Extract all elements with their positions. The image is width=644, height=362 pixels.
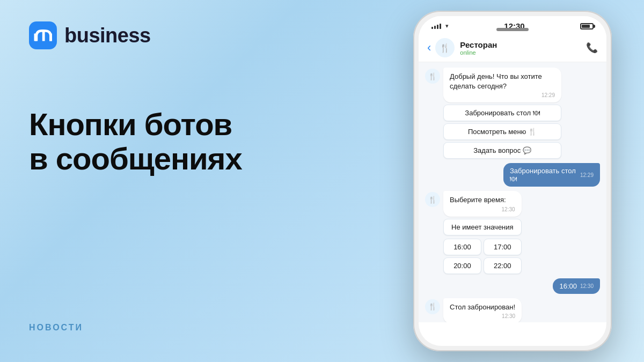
user-bubble-2: 16:00 12:30 <box>553 278 600 294</box>
news-label: НОВОСТИ <box>29 323 83 333</box>
keyboard-1: Забронировать стол 🍽 Посмотреть меню 🍴 З… <box>443 105 561 159</box>
bot-time-2: 12:30 <box>450 206 515 212</box>
bot-message-3: 🍴 Стол забронирован! 12:30 <box>425 298 600 322</box>
signal-area: ▾ <box>431 23 449 29</box>
user-time-2: 12:30 <box>580 283 594 289</box>
user-message-2: 16:00 12:30 <box>425 278 600 294</box>
phone-mockup: ▾ 12:30 ‹ 🍴 Ресторан online 📞 <box>413 11 612 351</box>
keyboard-2: Не имеет значения 16:00 17:00 20:00 22:0… <box>443 219 522 274</box>
wifi-icon: ▾ <box>445 23 449 29</box>
bot-message-1: 🍴 Добрый день! Что вы хотите сделать сег… <box>425 68 600 159</box>
kb-grid: 16:00 17:00 20:00 22:00 <box>443 239 522 274</box>
messages-area: 🍴 Добрый день! Что вы хотите сделать сег… <box>419 62 606 322</box>
back-button[interactable]: ‹ <box>427 41 431 55</box>
user-bubble-1: Забронировать стол 🍽 12:29 <box>503 163 600 187</box>
phone-speaker <box>496 28 529 31</box>
bot-bubble-1: Добрый день! Что вы хотите сделать сегод… <box>443 68 561 159</box>
kb-btn-17[interactable]: 17:00 <box>484 239 522 255</box>
user-text-2: 16:00 <box>559 282 577 290</box>
kb-btn-20[interactable]: 20:00 <box>443 257 481 274</box>
headline: Кнопки ботов в сообщениях <box>29 107 242 176</box>
chat-info: Ресторан online <box>460 40 586 56</box>
phone-inner: ▾ 12:30 ‹ 🍴 Ресторан online 📞 <box>419 16 606 346</box>
bot-bubble-2: Выберите время: 12:30 Не имеет значения … <box>443 191 522 274</box>
kb-btn-anytime[interactable]: Не имеет значения <box>443 219 522 235</box>
call-button[interactable]: 📞 <box>586 42 598 54</box>
bot-time-1: 12:29 <box>450 92 555 98</box>
bot-bubble-3: Стол забронирован! 12:30 <box>443 298 522 322</box>
bot-time-3: 12:30 <box>450 313 515 319</box>
vk-logo <box>29 21 57 49</box>
user-message-1: Забронировать стол 🍽 12:29 <box>425 163 600 187</box>
headline-line2: в сообщениях <box>29 142 242 176</box>
bot-avatar-3: 🍴 <box>425 299 440 314</box>
status-bar: ▾ 12:30 <box>419 16 606 34</box>
chat-name: Ресторан <box>460 40 586 49</box>
kb-btn-22[interactable]: 22:00 <box>484 257 522 274</box>
chat-status: online <box>460 49 586 56</box>
bot-text-3: Стол забронирован! <box>450 302 515 312</box>
user-text-1: Забронировать стол 🍽 <box>510 167 577 183</box>
bot-avatar-1: 🍴 <box>425 69 440 84</box>
kb-btn-question[interactable]: Задать вопрос 💬 <box>443 142 561 159</box>
business-label: business <box>64 24 151 47</box>
user-time-1: 12:29 <box>580 172 594 178</box>
chat-header: ‹ 🍴 Ресторан online 📞 <box>419 34 606 62</box>
kb-btn-menu[interactable]: Посмотреть меню 🍴 <box>443 123 561 140</box>
battery-icon <box>580 23 594 29</box>
signal-bars <box>431 23 441 29</box>
bot-message-2: 🍴 Выберите время: 12:30 Не имеет значени… <box>425 191 600 274</box>
bot-avatar-2: 🍴 <box>425 192 440 207</box>
bot-text-2: Выберите время: <box>450 195 515 205</box>
kb-btn-16[interactable]: 16:00 <box>443 239 481 255</box>
header: business <box>29 21 151 49</box>
headline-line1: Кнопки ботов <box>29 107 242 142</box>
kb-btn-reserve[interactable]: Забронировать стол 🍽 <box>443 105 561 121</box>
phone-outer: ▾ 12:30 ‹ 🍴 Ресторан online 📞 <box>413 11 612 351</box>
chat-avatar: 🍴 <box>435 38 455 57</box>
bot-text-1: Добрый день! Что вы хотите сделать сегод… <box>450 72 555 91</box>
